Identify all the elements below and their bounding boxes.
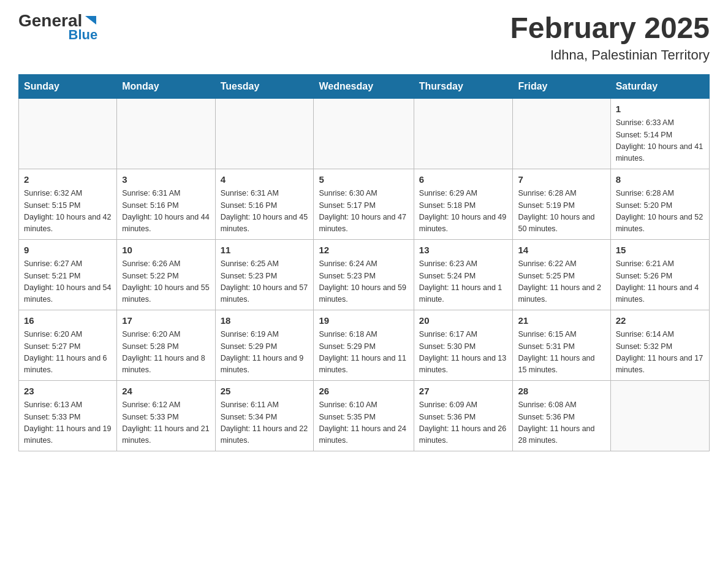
day-number: 15	[616, 243, 704, 258]
svg-marker-0	[85, 16, 96, 25]
week-row-3: 9Sunrise: 6:27 AMSunset: 5:21 PMDaylight…	[19, 239, 710, 310]
calendar-cell: 2Sunrise: 6:32 AMSunset: 5:15 PMDaylight…	[19, 169, 117, 239]
week-row-1: 1Sunrise: 6:33 AMSunset: 5:14 PMDaylight…	[19, 98, 710, 169]
calendar-cell: 13Sunrise: 6:23 AMSunset: 5:24 PMDayligh…	[414, 239, 513, 310]
day-number: 23	[24, 385, 112, 399]
calendar-cell	[215, 98, 314, 169]
day-header-wednesday: Wednesday	[314, 74, 414, 98]
calendar-cell	[414, 98, 513, 169]
calendar-cell: 26Sunrise: 6:10 AMSunset: 5:35 PMDayligh…	[314, 380, 414, 451]
calendar-cell	[610, 380, 709, 451]
calendar-cell: 22Sunrise: 6:14 AMSunset: 5:32 PMDayligh…	[610, 310, 709, 380]
day-info: Sunrise: 6:18 AMSunset: 5:29 PMDaylight:…	[319, 329, 408, 377]
calendar-cell: 12Sunrise: 6:24 AMSunset: 5:23 PMDayligh…	[314, 239, 414, 310]
calendar-cell: 10Sunrise: 6:26 AMSunset: 5:22 PMDayligh…	[117, 239, 215, 310]
logo-blue-text: Blue	[69, 27, 98, 43]
day-header-friday: Friday	[513, 74, 610, 98]
title-block: February 2025 Idhna, Palestinian Territo…	[510, 12, 710, 63]
day-info: Sunrise: 6:25 AMSunset: 5:23 PMDaylight:…	[221, 258, 309, 306]
day-number: 21	[518, 314, 605, 328]
day-info: Sunrise: 6:29 AMSunset: 5:18 PMDaylight:…	[419, 188, 508, 236]
day-info: Sunrise: 6:32 AMSunset: 5:15 PMDaylight:…	[24, 188, 112, 236]
calendar-cell: 14Sunrise: 6:22 AMSunset: 5:25 PMDayligh…	[513, 239, 610, 310]
day-number: 1	[616, 102, 704, 117]
day-info: Sunrise: 6:31 AMSunset: 5:16 PMDaylight:…	[221, 188, 309, 236]
calendar-cell: 23Sunrise: 6:13 AMSunset: 5:33 PMDayligh…	[19, 380, 117, 451]
day-number: 27	[419, 385, 508, 399]
day-number: 24	[122, 385, 210, 399]
day-number: 11	[221, 243, 309, 258]
calendar-cell: 4Sunrise: 6:31 AMSunset: 5:16 PMDaylight…	[215, 169, 314, 239]
day-number: 3	[122, 173, 210, 187]
page-header: General Blue February 2025 Idhna, Palest…	[18, 12, 710, 63]
day-info: Sunrise: 6:20 AMSunset: 5:27 PMDaylight:…	[24, 329, 112, 377]
calendar-cell	[314, 98, 414, 169]
week-row-5: 23Sunrise: 6:13 AMSunset: 5:33 PMDayligh…	[19, 380, 710, 451]
day-header-tuesday: Tuesday	[215, 74, 314, 98]
calendar-cell: 3Sunrise: 6:31 AMSunset: 5:16 PMDaylight…	[117, 169, 215, 239]
week-row-2: 2Sunrise: 6:32 AMSunset: 5:15 PMDaylight…	[19, 169, 710, 239]
calendar-cell: 8Sunrise: 6:28 AMSunset: 5:20 PMDaylight…	[610, 169, 709, 239]
day-number: 20	[419, 314, 508, 328]
calendar-cell: 1Sunrise: 6:33 AMSunset: 5:14 PMDaylight…	[610, 98, 709, 169]
day-number: 10	[122, 243, 210, 258]
calendar-subtitle: Idhna, Palestinian Territory	[510, 47, 710, 63]
calendar-cell: 16Sunrise: 6:20 AMSunset: 5:27 PMDayligh…	[19, 310, 117, 380]
calendar-body: 1Sunrise: 6:33 AMSunset: 5:14 PMDaylight…	[19, 98, 710, 451]
calendar-cell: 15Sunrise: 6:21 AMSunset: 5:26 PMDayligh…	[610, 239, 709, 310]
day-number: 4	[221, 173, 309, 187]
calendar-cell: 28Sunrise: 6:08 AMSunset: 5:36 PMDayligh…	[513, 380, 610, 451]
day-info: Sunrise: 6:21 AMSunset: 5:26 PMDaylight:…	[616, 258, 704, 306]
day-info: Sunrise: 6:13 AMSunset: 5:33 PMDaylight:…	[24, 399, 112, 447]
day-info: Sunrise: 6:26 AMSunset: 5:22 PMDaylight:…	[122, 258, 210, 306]
day-number: 18	[221, 314, 309, 328]
calendar-cell	[19, 98, 117, 169]
calendar-cell: 25Sunrise: 6:11 AMSunset: 5:34 PMDayligh…	[215, 380, 314, 451]
day-header-sunday: Sunday	[19, 74, 117, 98]
calendar-cell: 21Sunrise: 6:15 AMSunset: 5:31 PMDayligh…	[513, 310, 610, 380]
day-number: 28	[518, 385, 605, 399]
day-headers-row: SundayMondayTuesdayWednesdayThursdayFrid…	[19, 74, 710, 98]
calendar-header: SundayMondayTuesdayWednesdayThursdayFrid…	[19, 74, 710, 98]
day-number: 9	[24, 243, 112, 258]
day-info: Sunrise: 6:15 AMSunset: 5:31 PMDaylight:…	[518, 329, 605, 377]
day-header-saturday: Saturday	[610, 74, 709, 98]
calendar-cell	[117, 98, 215, 169]
calendar-cell: 17Sunrise: 6:20 AMSunset: 5:28 PMDayligh…	[117, 310, 215, 380]
day-number: 6	[419, 173, 508, 187]
day-info: Sunrise: 6:33 AMSunset: 5:14 PMDaylight:…	[616, 117, 704, 165]
day-number: 25	[221, 385, 309, 399]
day-info: Sunrise: 6:12 AMSunset: 5:33 PMDaylight:…	[122, 399, 210, 447]
day-info: Sunrise: 6:30 AMSunset: 5:17 PMDaylight:…	[319, 188, 408, 236]
day-info: Sunrise: 6:28 AMSunset: 5:20 PMDaylight:…	[616, 188, 704, 236]
day-number: 19	[319, 314, 408, 328]
day-info: Sunrise: 6:22 AMSunset: 5:25 PMDaylight:…	[518, 258, 605, 306]
day-info: Sunrise: 6:24 AMSunset: 5:23 PMDaylight:…	[319, 258, 408, 306]
calendar-cell: 24Sunrise: 6:12 AMSunset: 5:33 PMDayligh…	[117, 380, 215, 451]
day-info: Sunrise: 6:19 AMSunset: 5:29 PMDaylight:…	[221, 329, 309, 377]
calendar-cell: 9Sunrise: 6:27 AMSunset: 5:21 PMDaylight…	[19, 239, 117, 310]
day-info: Sunrise: 6:20 AMSunset: 5:28 PMDaylight:…	[122, 329, 210, 377]
calendar-cell: 5Sunrise: 6:30 AMSunset: 5:17 PMDaylight…	[314, 169, 414, 239]
calendar-cell: 20Sunrise: 6:17 AMSunset: 5:30 PMDayligh…	[414, 310, 513, 380]
day-header-monday: Monday	[117, 74, 215, 98]
day-number: 22	[616, 314, 704, 328]
logo-triangle-icon	[84, 13, 97, 27]
day-info: Sunrise: 6:14 AMSunset: 5:32 PMDaylight:…	[616, 329, 704, 377]
calendar-table: SundayMondayTuesdayWednesdayThursdayFrid…	[18, 74, 710, 451]
day-number: 8	[616, 173, 704, 187]
week-row-4: 16Sunrise: 6:20 AMSunset: 5:27 PMDayligh…	[19, 310, 710, 380]
day-info: Sunrise: 6:09 AMSunset: 5:36 PMDaylight:…	[419, 399, 508, 447]
day-number: 2	[24, 173, 112, 187]
day-info: Sunrise: 6:10 AMSunset: 5:35 PMDaylight:…	[319, 399, 408, 447]
day-number: 14	[518, 243, 605, 258]
calendar-cell	[513, 98, 610, 169]
day-number: 26	[319, 385, 408, 399]
calendar-cell: 27Sunrise: 6:09 AMSunset: 5:36 PMDayligh…	[414, 380, 513, 451]
day-info: Sunrise: 6:23 AMSunset: 5:24 PMDaylight:…	[419, 258, 508, 306]
logo: General Blue	[18, 12, 97, 43]
calendar-cell: 7Sunrise: 6:28 AMSunset: 5:19 PMDaylight…	[513, 169, 610, 239]
day-number: 5	[319, 173, 408, 187]
day-info: Sunrise: 6:28 AMSunset: 5:19 PMDaylight:…	[518, 188, 605, 236]
calendar-cell: 6Sunrise: 6:29 AMSunset: 5:18 PMDaylight…	[414, 169, 513, 239]
